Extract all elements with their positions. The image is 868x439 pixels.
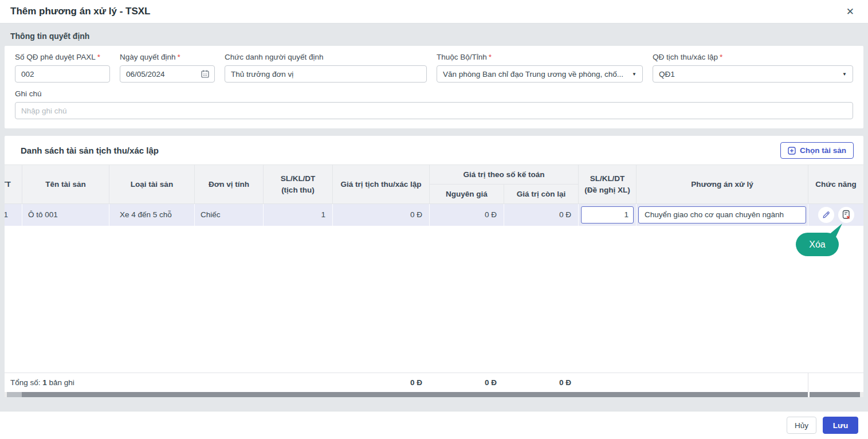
dialog-body: Thông tin quyết định Số QĐ phê duyệt PAX… [0, 23, 868, 397]
col-header-ten-tai-san: Tên tài sản [22, 165, 109, 204]
ngay-qd-label: Ngày quyết định [120, 53, 176, 61]
asset-table-card: Danh sách tài sản tịch thu/xác lập Chọn … [5, 136, 863, 397]
ghi-chu-label: Ghi chú [15, 89, 42, 98]
col-header-tt: TT [5, 165, 22, 204]
table-empty-area [5, 226, 863, 373]
qd-tich-thu-select[interactable]: QĐ1 ▼ [653, 65, 853, 83]
cell-sl-tich-thu: 1 [264, 204, 333, 226]
decision-form: Số QĐ phê duyệt PAXL* Ngày quyết định* [5, 46, 863, 128]
thuoc-bo-tinh-select[interactable]: Văn phòng Ban chỉ đạo Trung ương về phòn… [437, 65, 643, 83]
asset-section-title: Danh sách tài sản tịch thu/xác lập [21, 146, 159, 155]
cell-loai-tai-san: Xe 4 đến 5 chỗ [109, 204, 195, 226]
edit-icon[interactable] [818, 207, 834, 223]
field-chuc-danh: Chức danh người quyết định [225, 53, 427, 83]
so-qd-label: Số QĐ phê duyệt PAXL [15, 53, 96, 61]
delete-icon[interactable] [838, 207, 854, 223]
page-title: Thêm phương án xử lý - TSXL [10, 6, 151, 17]
select-asset-button[interactable]: Chọn tài sản [780, 142, 854, 159]
ghi-chu-input[interactable] [15, 102, 853, 119]
thuoc-bo-tinh-label: Thuộc Bộ/Tỉnh [437, 53, 487, 61]
calendar-icon[interactable] [201, 69, 210, 79]
field-qd-tich-thu: QĐ tịch thu/xác lập* QĐ1 ▼ [653, 53, 853, 83]
required-marker: * [489, 53, 492, 61]
dialog-footer: Hủy Lưu [0, 411, 868, 439]
cell-sl-de-nghi [579, 204, 637, 226]
cell-nguyen-gia: 0 Đ [430, 204, 504, 226]
field-thuoc-bo-tinh: Thuộc Bộ/Tỉnh* Văn phòng Ban chỉ đạo Tru… [437, 53, 643, 83]
asset-table-viewport: TT Tên tài sản Loại tài sản Đơn vị tính … [5, 164, 863, 226]
total-count: 1 [42, 378, 47, 387]
col-header-gia-tri-tich-thu: Giá trị tịch thu/xác lập [333, 165, 430, 204]
col-header-sl-de-nghi: SL/KL/DT (Đề nghị XL) [579, 165, 637, 204]
field-ghi-chu: Ghi chú [15, 89, 853, 119]
so-qd-input[interactable] [15, 65, 110, 83]
horizontal-scrollbar [5, 392, 863, 397]
close-icon[interactable]: ✕ [844, 5, 857, 19]
chuc-danh-label: Chức danh người quyết định [225, 53, 324, 61]
required-marker: * [97, 53, 100, 61]
save-button[interactable]: Lưu [823, 417, 858, 434]
field-ngay-qd: Ngày quyết định* [120, 53, 215, 83]
dialog-header: Thêm phương án xử lý - TSXL ✕ [0, 0, 868, 23]
col-header-gia-tri-ke-toan: Giá trị theo số kế toán [430, 165, 579, 185]
delete-tooltip: Xóa [796, 233, 839, 256]
cell-don-vi-tinh: Chiếc [195, 204, 264, 226]
phuong-an-input[interactable] [638, 206, 806, 224]
required-marker: * [178, 53, 180, 61]
table-row[interactable]: 1 Ô tô 001 Xe 4 đến 5 chỗ Chiếc 1 0 Đ 0 … [5, 204, 863, 226]
col-header-loai-tai-san: Loại tài sản [109, 165, 195, 204]
sum-nguyen-gia: 0 Đ [429, 373, 504, 392]
decision-section-title: Thông tin quyết định [5, 23, 863, 46]
total-records: Tổng số: 1 bản ghi [5, 373, 332, 392]
thuoc-bo-tinh-value: Văn phòng Ban chỉ đạo Trung ương về phòn… [443, 70, 623, 79]
cell-ten-tai-san: Ô tô 001 [22, 204, 109, 226]
cell-gia-tri-tich-thu: 0 Đ [333, 204, 430, 226]
col-header-nguyen-gia: Nguyên giá [430, 185, 504, 204]
field-so-qd: Số QĐ phê duyệt PAXL* [15, 53, 110, 83]
qd-tich-thu-label: QĐ tịch thu/xác lập [653, 53, 718, 61]
sum-gia-tri-tich-thu: 0 Đ [332, 373, 429, 392]
cancel-button[interactable]: Hủy [787, 417, 816, 434]
scrollbar-thumb[interactable] [810, 392, 860, 397]
sl-de-nghi-input[interactable] [581, 206, 634, 224]
col-header-sl-tich-thu: SL/KL/DT (tịch thu) [264, 165, 333, 204]
col-header-chuc-nang: Chức năng [808, 165, 864, 204]
chevron-down-icon: ▼ [842, 72, 847, 77]
cell-gia-tri-con-lai: 0 Đ [504, 204, 579, 226]
cell-phuong-an [637, 204, 808, 226]
dialog: Thêm phương án xử lý - TSXL ✕ Thông tin … [0, 0, 868, 397]
col-header-phuong-an: Phương án xử lý [637, 165, 808, 204]
chevron-down-icon: ▼ [632, 72, 637, 77]
qd-tich-thu-value: QĐ1 [659, 70, 675, 79]
cell-tt: 1 [5, 204, 22, 226]
col-header-gia-tri-con-lai: Giá trị còn lại [504, 185, 579, 204]
select-asset-label: Chọn tài sản [800, 146, 846, 155]
table-footer: Tổng số: 1 bản ghi 0 Đ 0 Đ 0 Đ [5, 373, 863, 393]
chuc-danh-input[interactable] [225, 65, 427, 83]
sum-gia-tri-con-lai: 0 Đ [504, 373, 578, 392]
plus-square-icon [788, 147, 796, 155]
required-marker: * [720, 53, 722, 61]
col-header-don-vi-tinh: Đơn vị tính [195, 165, 264, 204]
asset-table: TT Tên tài sản Loại tài sản Đơn vị tính … [5, 164, 863, 226]
scrollbar-thumb[interactable] [22, 392, 808, 397]
